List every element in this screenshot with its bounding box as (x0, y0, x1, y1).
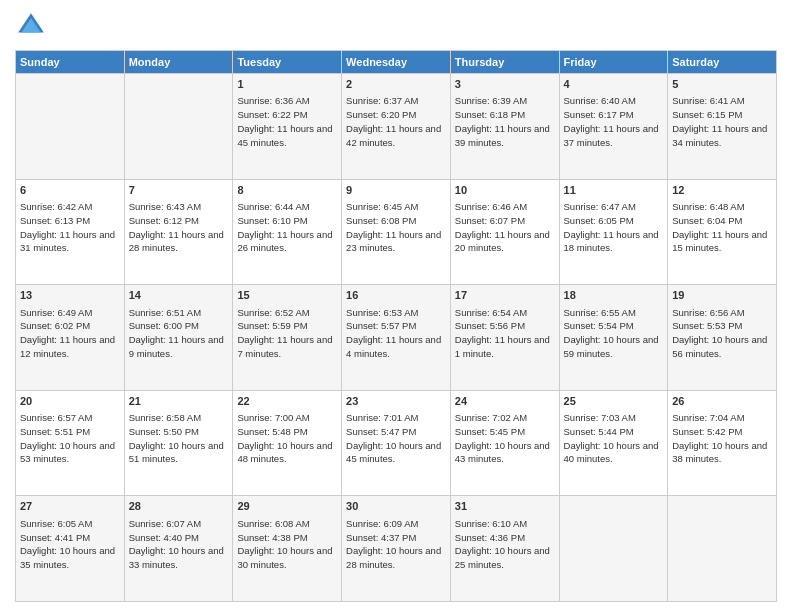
calendar-header-wednesday: Wednesday (342, 51, 451, 74)
day-info: Sunrise: 7:00 AM Sunset: 5:48 PM Dayligh… (237, 411, 337, 466)
day-number: 15 (237, 288, 337, 303)
calendar-cell: 21Sunrise: 6:58 AM Sunset: 5:50 PM Dayli… (124, 390, 233, 496)
calendar-cell: 4Sunrise: 6:40 AM Sunset: 6:17 PM Daylig… (559, 74, 668, 180)
calendar-cell: 14Sunrise: 6:51 AM Sunset: 6:00 PM Dayli… (124, 285, 233, 391)
calendar-header-row: SundayMondayTuesdayWednesdayThursdayFrid… (16, 51, 777, 74)
calendar-cell: 20Sunrise: 6:57 AM Sunset: 5:51 PM Dayli… (16, 390, 125, 496)
calendar-header-friday: Friday (559, 51, 668, 74)
day-info: Sunrise: 6:52 AM Sunset: 5:59 PM Dayligh… (237, 306, 337, 361)
day-number: 12 (672, 183, 772, 198)
day-info: Sunrise: 6:10 AM Sunset: 4:36 PM Dayligh… (455, 517, 555, 572)
calendar-cell: 26Sunrise: 7:04 AM Sunset: 5:42 PM Dayli… (668, 390, 777, 496)
calendar-cell: 22Sunrise: 7:00 AM Sunset: 5:48 PM Dayli… (233, 390, 342, 496)
day-number: 30 (346, 499, 446, 514)
day-number: 2 (346, 77, 446, 92)
calendar-cell: 30Sunrise: 6:09 AM Sunset: 4:37 PM Dayli… (342, 496, 451, 602)
calendar-cell: 8Sunrise: 6:44 AM Sunset: 6:10 PM Daylig… (233, 179, 342, 285)
calendar-week-5: 27Sunrise: 6:05 AM Sunset: 4:41 PM Dayli… (16, 496, 777, 602)
day-info: Sunrise: 6:40 AM Sunset: 6:17 PM Dayligh… (564, 94, 664, 149)
day-number: 18 (564, 288, 664, 303)
calendar-cell: 7Sunrise: 6:43 AM Sunset: 6:12 PM Daylig… (124, 179, 233, 285)
calendar-cell: 29Sunrise: 6:08 AM Sunset: 4:38 PM Dayli… (233, 496, 342, 602)
day-info: Sunrise: 6:43 AM Sunset: 6:12 PM Dayligh… (129, 200, 229, 255)
day-number: 17 (455, 288, 555, 303)
day-number: 28 (129, 499, 229, 514)
day-info: Sunrise: 6:42 AM Sunset: 6:13 PM Dayligh… (20, 200, 120, 255)
day-info: Sunrise: 7:02 AM Sunset: 5:45 PM Dayligh… (455, 411, 555, 466)
day-info: Sunrise: 7:01 AM Sunset: 5:47 PM Dayligh… (346, 411, 446, 466)
day-number: 14 (129, 288, 229, 303)
calendar-cell: 15Sunrise: 6:52 AM Sunset: 5:59 PM Dayli… (233, 285, 342, 391)
calendar-cell: 31Sunrise: 6:10 AM Sunset: 4:36 PM Dayli… (450, 496, 559, 602)
logo-icon (15, 10, 47, 42)
calendar-cell: 17Sunrise: 6:54 AM Sunset: 5:56 PM Dayli… (450, 285, 559, 391)
day-number: 5 (672, 77, 772, 92)
day-number: 16 (346, 288, 446, 303)
calendar-cell: 11Sunrise: 6:47 AM Sunset: 6:05 PM Dayli… (559, 179, 668, 285)
day-info: Sunrise: 6:48 AM Sunset: 6:04 PM Dayligh… (672, 200, 772, 255)
calendar-cell: 2Sunrise: 6:37 AM Sunset: 6:20 PM Daylig… (342, 74, 451, 180)
day-number: 13 (20, 288, 120, 303)
day-number: 10 (455, 183, 555, 198)
day-number: 25 (564, 394, 664, 409)
calendar-cell: 27Sunrise: 6:05 AM Sunset: 4:41 PM Dayli… (16, 496, 125, 602)
calendar-cell: 28Sunrise: 6:07 AM Sunset: 4:40 PM Dayli… (124, 496, 233, 602)
calendar-cell: 10Sunrise: 6:46 AM Sunset: 6:07 PM Dayli… (450, 179, 559, 285)
day-info: Sunrise: 7:04 AM Sunset: 5:42 PM Dayligh… (672, 411, 772, 466)
calendar-cell: 6Sunrise: 6:42 AM Sunset: 6:13 PM Daylig… (16, 179, 125, 285)
day-number: 21 (129, 394, 229, 409)
calendar-cell: 12Sunrise: 6:48 AM Sunset: 6:04 PM Dayli… (668, 179, 777, 285)
day-number: 11 (564, 183, 664, 198)
day-number: 27 (20, 499, 120, 514)
day-info: Sunrise: 6:58 AM Sunset: 5:50 PM Dayligh… (129, 411, 229, 466)
calendar-cell (16, 74, 125, 180)
day-info: Sunrise: 6:36 AM Sunset: 6:22 PM Dayligh… (237, 94, 337, 149)
day-info: Sunrise: 6:41 AM Sunset: 6:15 PM Dayligh… (672, 94, 772, 149)
day-number: 1 (237, 77, 337, 92)
calendar-week-4: 20Sunrise: 6:57 AM Sunset: 5:51 PM Dayli… (16, 390, 777, 496)
day-info: Sunrise: 6:56 AM Sunset: 5:53 PM Dayligh… (672, 306, 772, 361)
calendar-header-sunday: Sunday (16, 51, 125, 74)
calendar-week-1: 1Sunrise: 6:36 AM Sunset: 6:22 PM Daylig… (16, 74, 777, 180)
calendar-cell: 9Sunrise: 6:45 AM Sunset: 6:08 PM Daylig… (342, 179, 451, 285)
day-info: Sunrise: 6:54 AM Sunset: 5:56 PM Dayligh… (455, 306, 555, 361)
day-number: 31 (455, 499, 555, 514)
day-info: Sunrise: 6:05 AM Sunset: 4:41 PM Dayligh… (20, 517, 120, 572)
calendar-cell (559, 496, 668, 602)
day-number: 4 (564, 77, 664, 92)
calendar-cell: 25Sunrise: 7:03 AM Sunset: 5:44 PM Dayli… (559, 390, 668, 496)
page: SundayMondayTuesdayWednesdayThursdayFrid… (0, 0, 792, 612)
day-info: Sunrise: 7:03 AM Sunset: 5:44 PM Dayligh… (564, 411, 664, 466)
day-number: 6 (20, 183, 120, 198)
calendar-header-monday: Monday (124, 51, 233, 74)
day-info: Sunrise: 6:44 AM Sunset: 6:10 PM Dayligh… (237, 200, 337, 255)
day-number: 7 (129, 183, 229, 198)
calendar-cell: 13Sunrise: 6:49 AM Sunset: 6:02 PM Dayli… (16, 285, 125, 391)
day-info: Sunrise: 6:37 AM Sunset: 6:20 PM Dayligh… (346, 94, 446, 149)
day-number: 19 (672, 288, 772, 303)
calendar-cell: 18Sunrise: 6:55 AM Sunset: 5:54 PM Dayli… (559, 285, 668, 391)
day-number: 8 (237, 183, 337, 198)
calendar-cell: 24Sunrise: 7:02 AM Sunset: 5:45 PM Dayli… (450, 390, 559, 496)
day-info: Sunrise: 6:09 AM Sunset: 4:37 PM Dayligh… (346, 517, 446, 572)
day-info: Sunrise: 6:46 AM Sunset: 6:07 PM Dayligh… (455, 200, 555, 255)
day-info: Sunrise: 6:47 AM Sunset: 6:05 PM Dayligh… (564, 200, 664, 255)
day-info: Sunrise: 6:57 AM Sunset: 5:51 PM Dayligh… (20, 411, 120, 466)
day-number: 26 (672, 394, 772, 409)
day-number: 9 (346, 183, 446, 198)
calendar-week-2: 6Sunrise: 6:42 AM Sunset: 6:13 PM Daylig… (16, 179, 777, 285)
calendar-header-thursday: Thursday (450, 51, 559, 74)
calendar-cell: 19Sunrise: 6:56 AM Sunset: 5:53 PM Dayli… (668, 285, 777, 391)
day-info: Sunrise: 6:51 AM Sunset: 6:00 PM Dayligh… (129, 306, 229, 361)
calendar-header-saturday: Saturday (668, 51, 777, 74)
day-info: Sunrise: 6:39 AM Sunset: 6:18 PM Dayligh… (455, 94, 555, 149)
day-info: Sunrise: 6:53 AM Sunset: 5:57 PM Dayligh… (346, 306, 446, 361)
calendar-cell: 16Sunrise: 6:53 AM Sunset: 5:57 PM Dayli… (342, 285, 451, 391)
day-number: 24 (455, 394, 555, 409)
day-number: 20 (20, 394, 120, 409)
calendar: SundayMondayTuesdayWednesdayThursdayFrid… (15, 50, 777, 602)
day-number: 22 (237, 394, 337, 409)
day-info: Sunrise: 6:08 AM Sunset: 4:38 PM Dayligh… (237, 517, 337, 572)
day-number: 3 (455, 77, 555, 92)
calendar-cell: 5Sunrise: 6:41 AM Sunset: 6:15 PM Daylig… (668, 74, 777, 180)
